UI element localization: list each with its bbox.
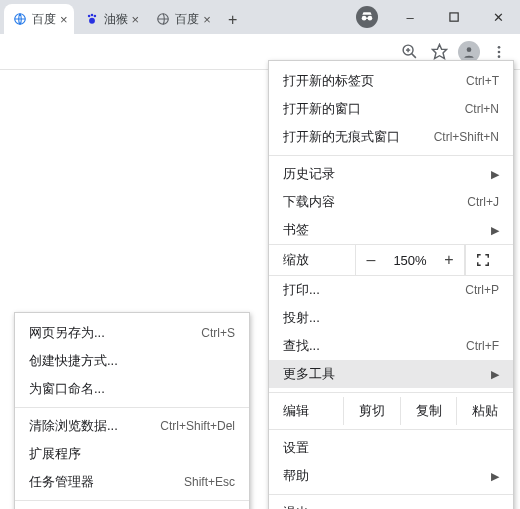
window-controls: – ✕ [356, 0, 520, 34]
tab-2[interactable]: 百度 × [147, 4, 217, 34]
paw-icon [84, 11, 100, 27]
submenu-save-as[interactable]: 网页另存为... Ctrl+S [15, 319, 249, 347]
svg-point-6 [362, 16, 367, 21]
separator [269, 429, 513, 430]
svg-point-3 [93, 15, 96, 18]
zoom-value: 150% [386, 253, 434, 268]
submenu-extensions[interactable]: 扩展程序 [15, 440, 249, 468]
minimize-button[interactable]: – [388, 2, 432, 32]
svg-point-4 [89, 18, 95, 24]
chevron-right-icon: ▶ [491, 224, 499, 237]
zoom-out-button[interactable]: – [356, 251, 386, 269]
submenu-name-window[interactable]: 为窗口命名... [15, 375, 249, 403]
fullscreen-button[interactable] [465, 245, 499, 275]
menu-print[interactable]: 打印... Ctrl+P [269, 276, 513, 304]
separator [269, 494, 513, 495]
zoom-in-button[interactable]: + [434, 251, 464, 269]
separator [15, 407, 249, 408]
tab-0[interactable]: 百度 × [4, 4, 74, 34]
svg-rect-9 [449, 12, 457, 20]
chevron-right-icon: ▶ [491, 470, 499, 483]
globe-icon [155, 11, 171, 27]
menu-new-tab[interactable]: 打开新的标签页 Ctrl+T [269, 67, 513, 95]
svg-marker-14 [432, 44, 446, 58]
separator [269, 155, 513, 156]
copy-button[interactable]: 复制 [400, 397, 457, 425]
tab-title: 油猴 [104, 11, 128, 28]
close-icon[interactable]: × [132, 12, 140, 27]
incognito-icon [356, 6, 378, 28]
menu-downloads[interactable]: 下载内容 Ctrl+J [269, 188, 513, 216]
svg-point-2 [90, 14, 93, 17]
svg-point-1 [87, 15, 90, 18]
more-tools-submenu: 网页另存为... Ctrl+S 创建快捷方式... 为窗口命名... 清除浏览数… [14, 312, 250, 509]
submenu-clear-data[interactable]: 清除浏览数据... Ctrl+Shift+Del [15, 412, 249, 440]
tab-title: 百度 [175, 11, 199, 28]
menu-zoom-row: 缩放 – 150% + [269, 244, 513, 276]
separator [269, 392, 513, 393]
tab-title: 百度 [32, 11, 56, 28]
submenu-task-manager[interactable]: 任务管理器 Shift+Esc [15, 468, 249, 496]
svg-point-7 [368, 16, 373, 21]
menu-new-window[interactable]: 打开新的窗口 Ctrl+N [269, 95, 513, 123]
maximize-button[interactable] [432, 2, 476, 32]
new-tab-button[interactable]: + [219, 6, 247, 34]
menu-find[interactable]: 查找... Ctrl+F [269, 332, 513, 360]
close-icon[interactable]: × [60, 12, 68, 27]
menu-more-tools[interactable]: 更多工具 ▶ [269, 360, 513, 388]
svg-line-11 [411, 54, 415, 58]
svg-point-18 [498, 55, 501, 58]
menu-new-incognito[interactable]: 打开新的无痕式窗口 Ctrl+Shift+N [269, 123, 513, 151]
menu-history[interactable]: 历史记录 ▶ [269, 160, 513, 188]
menu-edit-row: 编辑 剪切 复制 粘贴 [269, 397, 513, 425]
chevron-right-icon: ▶ [491, 168, 499, 181]
menu-help[interactable]: 帮助 ▶ [269, 462, 513, 490]
submenu-create-shortcut[interactable]: 创建快捷方式... [15, 347, 249, 375]
svg-point-16 [498, 46, 501, 49]
svg-point-17 [498, 50, 501, 53]
menu-settings[interactable]: 设置 [269, 434, 513, 462]
separator [15, 500, 249, 501]
chevron-right-icon: ▶ [491, 368, 499, 381]
edit-label: 编辑 [269, 402, 343, 420]
titlebar: 百度 × 油猴 × 百度 × + – ✕ [0, 0, 520, 34]
menu-cast[interactable]: 投射... [269, 304, 513, 332]
main-menu: 打开新的标签页 Ctrl+T 打开新的窗口 Ctrl+N 打开新的无痕式窗口 C… [268, 60, 514, 509]
close-window-button[interactable]: ✕ [476, 2, 520, 32]
submenu-dev-tools[interactable]: 开发者工具 Ctrl+Shift+I [15, 505, 249, 509]
menu-bookmarks[interactable]: 书签 ▶ [269, 216, 513, 244]
close-icon[interactable]: × [203, 12, 211, 27]
favicon-icon [12, 11, 28, 27]
tab-1[interactable]: 油猴 × [76, 4, 146, 34]
cut-button[interactable]: 剪切 [343, 397, 400, 425]
zoom-label: 缩放 [269, 251, 355, 269]
svg-point-15 [467, 47, 472, 52]
menu-exit[interactable]: 退出 [269, 499, 513, 509]
svg-rect-8 [366, 18, 368, 19]
paste-button[interactable]: 粘贴 [456, 397, 513, 425]
